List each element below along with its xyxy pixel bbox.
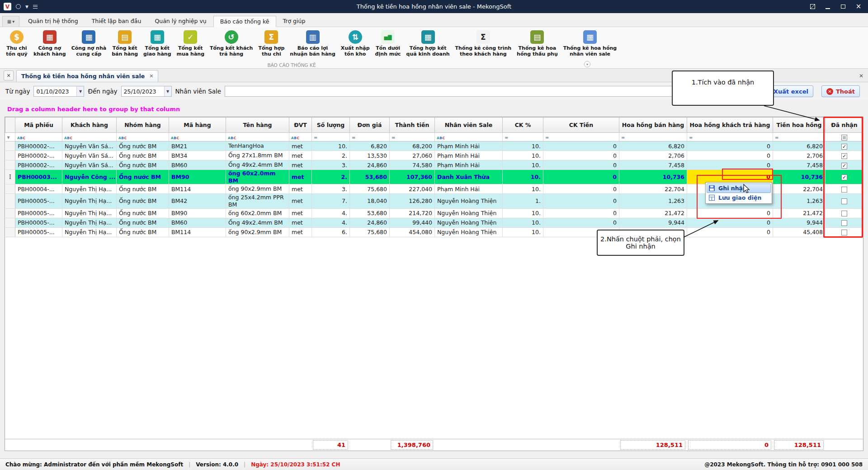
tong-ket-khach-tra-hang-button[interactable]: ↺Tổng kết kháchtrả hàng: [207, 29, 255, 58]
da-nhan-checkbox[interactable]: ✓: [841, 174, 847, 180]
table-row[interactable]: PBH00005-...Nguyễn Thị Hạ...Ống nước BMB…: [5, 208, 863, 218]
cell-ck_pct[interactable]: 10.: [503, 227, 543, 237]
cell-da_nhan[interactable]: [826, 208, 863, 218]
cell-ten_hang[interactable]: Ống 27x1.8mm BM: [226, 151, 289, 160]
cell-so_luong[interactable]: 4.: [312, 218, 350, 227]
cell-ck_tien[interactable]: 0: [543, 160, 619, 170]
fit-screen-button[interactable]: [808, 3, 816, 11]
ribbon-tab[interactable]: Trợ giúp: [276, 15, 312, 27]
chevron-down-icon[interactable]: ▼: [25, 5, 28, 9]
maximize-button[interactable]: [839, 3, 847, 11]
cell-hh_ban_hang[interactable]: 2,706: [619, 151, 687, 160]
cell-dvt[interactable]: met: [289, 218, 312, 227]
column-header-ma_phieu[interactable]: Mã phiếu: [15, 118, 62, 133]
cell-nhom_hang[interactable]: Ống nước BM: [117, 160, 169, 170]
filter-cell-ck_pct[interactable]: =: [503, 133, 543, 141]
column-header-ck_pct[interactable]: CK %: [503, 118, 543, 133]
filter-cell-nhom_hang[interactable]: ABC: [117, 133, 169, 141]
cell-ma_hang[interactable]: BM90: [169, 170, 226, 184]
filter-cell-ma_hang[interactable]: ABC: [169, 133, 226, 141]
cell-hh_ban_hang[interactable]: 9,944: [619, 218, 687, 227]
cell-khach_hang[interactable]: Nguyễn Văn Sá...: [62, 160, 117, 170]
cell-thanh_tien[interactable]: 227,040: [390, 184, 435, 194]
bao-cao-loi-nhuan-ban-hang-button[interactable]: ▥Báo cáo lợinhuận bán hàng: [287, 29, 338, 58]
cell-da_nhan[interactable]: [826, 227, 863, 237]
da-nhan-checkbox[interactable]: ✓: [841, 144, 847, 150]
cell-don_gia[interactable]: 24,860: [350, 218, 390, 227]
cell-don_gia[interactable]: 53,680: [350, 170, 390, 184]
cell-thanh_tien[interactable]: 214,720: [390, 208, 435, 218]
cell-ma_phieu[interactable]: PBH00005-...: [15, 218, 62, 227]
cell-so_luong[interactable]: 3.: [312, 160, 350, 170]
column-header-hh_khach_tra[interactable]: Hoa hồng khách trả hàng: [687, 118, 773, 133]
cell-dvt[interactable]: met: [289, 141, 312, 151]
column-header-ma_hang[interactable]: Mã hàng: [169, 118, 226, 133]
filter-cell-thanh_tien[interactable]: =: [390, 133, 435, 141]
cell-hh_khach_tra[interactable]: 0: [687, 160, 773, 170]
thong-ke-cong-trinh-theo-khach-hang-button[interactable]: ΣThống kê công trìnhtheo khách hàng: [453, 29, 514, 58]
da-nhan-checkbox[interactable]: [841, 230, 847, 235]
cell-so_luong[interactable]: 2.: [312, 151, 350, 160]
cell-ma_phieu[interactable]: PBH00005-...: [15, 208, 62, 218]
column-header-ck_tien[interactable]: CK Tiền: [543, 118, 619, 133]
cell-ck_pct[interactable]: 10.: [503, 141, 543, 151]
table-row[interactable]: PBH00002-...Nguyễn Văn Sá...Ống nước BMB…: [5, 151, 863, 160]
cell-nv_sale[interactable]: Nguyễn Hoàng Thiện: [435, 208, 503, 218]
cell-ck_tien[interactable]: 0: [543, 151, 619, 160]
thong-ke-hoa-hong-nhan-vien-sale-button[interactable]: ▦Thống kê hoa hồngnhân viên sale: [561, 29, 619, 58]
cong-no-khach-hang-button[interactable]: ▦Công nợkhách hàng: [31, 29, 69, 58]
cell-nhom_hang[interactable]: Ống nước BM: [117, 208, 169, 218]
cell-khach_hang[interactable]: Nguyễn Văn Sá...: [62, 151, 117, 160]
cell-dvt[interactable]: met: [289, 194, 312, 208]
column-header-da_nhan[interactable]: Đã nhận: [826, 118, 863, 133]
cell-ck_pct[interactable]: 10.: [503, 208, 543, 218]
column-header-nv_sale[interactable]: Nhân viên Sale: [435, 118, 503, 133]
cell-ck_tien[interactable]: 0: [543, 194, 619, 208]
cell-ck_tien[interactable]: 0: [543, 218, 619, 227]
cell-thanh_tien[interactable]: 74,580: [390, 160, 435, 170]
thong-ke-hoa-hong-thau-phu-button[interactable]: ▤Thống kê hoahồng thầu phụ: [514, 29, 561, 58]
filter-cell-ma_phieu[interactable]: ABC: [15, 133, 62, 141]
filter-cell-don_gia[interactable]: =: [350, 133, 390, 141]
cell-nv_sale[interactable]: Phạm Minh Hải: [435, 184, 503, 194]
cell-so_luong[interactable]: 7.: [312, 194, 350, 208]
column-header-thanh_tien[interactable]: Thành tiền: [390, 118, 435, 133]
cell-ma_hang[interactable]: BM42: [169, 194, 226, 208]
cell-hh_khach_tra[interactable]: 0: [687, 227, 773, 237]
cell-ma_hang[interactable]: BM34: [169, 151, 226, 160]
menu-item-ghi-nhan[interactable]: Ghi nhận: [707, 183, 771, 193]
cell-hh_ban_hang[interactable]: 22,704: [619, 184, 687, 194]
cell-khach_hang[interactable]: Nguyễn Thị Hạ...: [62, 208, 117, 218]
cell-ck_tien[interactable]: 0: [543, 141, 619, 151]
cell-hh_ban_hang[interactable]: 21,472: [619, 208, 687, 218]
cell-ma_hang[interactable]: BM60: [169, 218, 226, 227]
cell-da_nhan[interactable]: [826, 218, 863, 227]
cell-nv_sale[interactable]: Phạm Minh Hải: [435, 141, 503, 151]
cell-da_nhan[interactable]: ✓: [826, 170, 863, 184]
cell-khach_hang[interactable]: Nguyễn Công ...: [62, 170, 117, 184]
cell-ck_pct[interactable]: 10.: [503, 184, 543, 194]
cell-don_gia[interactable]: 75,680: [350, 184, 390, 194]
exit-button[interactable]: ✕ Thoát: [821, 85, 860, 97]
cell-tien_hh[interactable]: 7,458: [773, 160, 826, 170]
ribbon-collapse-button[interactable]: ▾: [584, 61, 590, 67]
column-header-so_luong[interactable]: Số lượng: [312, 118, 350, 133]
cell-nhom_hang[interactable]: Ống nước BM: [117, 141, 169, 151]
table-row[interactable]: PBH00002-...Nguyễn Văn Sá...Ống nước BMB…: [5, 141, 863, 151]
column-header-ten_hang[interactable]: Tên hàng: [226, 118, 289, 133]
column-header-don_gia[interactable]: Đơn giá: [350, 118, 390, 133]
cell-hh_ban_hang[interactable]: 6,820: [619, 141, 687, 151]
da-nhan-checkbox[interactable]: [841, 187, 847, 193]
cell-ma_phieu[interactable]: PBH00002-...: [15, 141, 62, 151]
cell-hh_ban_hang[interactable]: 7,458: [619, 160, 687, 170]
cell-nv_sale[interactable]: Nguyễn Hoàng Thiện: [435, 227, 503, 237]
tong-ket-mua-hang-button[interactable]: ✓Tổng kếtmua hàng: [174, 29, 208, 58]
cell-nhom_hang[interactable]: Ống nước BM: [117, 218, 169, 227]
cell-don_gia[interactable]: 75,680: [350, 227, 390, 237]
to-date-picker[interactable]: 25/10/2023 ▼: [121, 86, 172, 97]
cong-no-nha-cung-cap-button[interactable]: ▦Công nợ nhàcung cấp: [69, 29, 109, 58]
cell-nv_sale[interactable]: Danh Xuân Thừa: [435, 170, 503, 184]
ribbon-tab[interactable]: Quản trị hệ thống: [21, 15, 85, 27]
da-nhan-checkbox[interactable]: ✓: [841, 163, 847, 169]
cell-ten_hang[interactable]: ống 90x2.9mm BM: [226, 184, 289, 194]
